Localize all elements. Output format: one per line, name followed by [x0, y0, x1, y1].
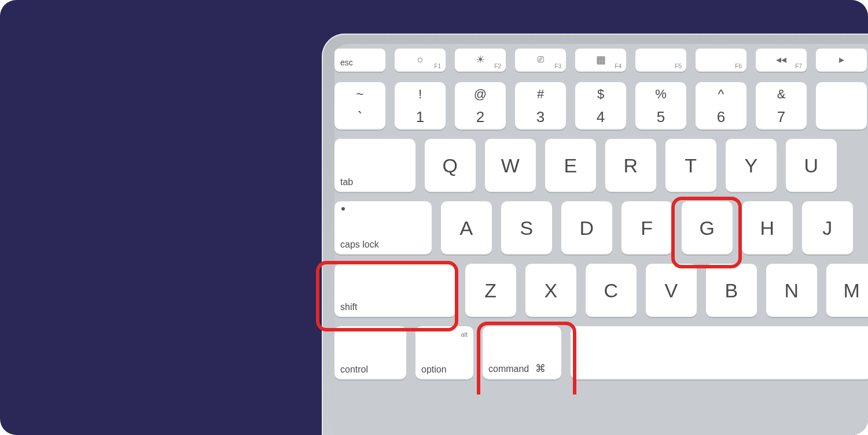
key-n-label: N — [784, 279, 799, 302]
key-u[interactable]: U — [786, 139, 837, 192]
key-2-lower: 2 — [476, 108, 484, 126]
key-c[interactable]: C — [586, 264, 637, 317]
key-m[interactable]: M — [826, 264, 868, 317]
keyboard-body: esc☼F1☀F2⎚F3▦F4F5F6◂◂F7▸ ~`!1@2#3$4%5^6&… — [322, 34, 868, 435]
key-5[interactable]: %5 — [635, 82, 686, 130]
key-d-label: D — [579, 217, 594, 239]
key-4-upper: $ — [597, 87, 604, 102]
key-n[interactable]: N — [766, 264, 817, 317]
key-1-upper: ! — [418, 87, 422, 102]
key-j-label: J — [822, 217, 833, 239]
key-h[interactable]: H — [742, 201, 793, 255]
key-t[interactable]: T — [665, 139, 716, 192]
key-u-label: U — [804, 154, 818, 177]
key-f1-icon: ☼ — [415, 53, 425, 65]
key-f[interactable]: F — [621, 201, 672, 255]
key-w[interactable]: W — [485, 139, 536, 192]
key-f4-fnum: F4 — [615, 63, 621, 69]
key-caps-lock-label: caps lock — [340, 239, 379, 250]
key-5-lower: 5 — [657, 108, 665, 126]
key-2-upper: @ — [474, 87, 487, 102]
key-8[interactable] — [816, 82, 867, 130]
key-7-upper: & — [777, 87, 786, 102]
key-tilde-lower: ` — [358, 108, 363, 126]
key-f2-fnum: F2 — [494, 63, 501, 69]
key-f-label: F — [641, 217, 653, 239]
key-z[interactable]: Z — [465, 264, 516, 317]
key-f7-icon: ◂◂ — [776, 53, 786, 66]
key-7[interactable]: &7 — [756, 82, 807, 130]
key-tab[interactable]: tab — [334, 139, 415, 192]
key-b[interactable]: B — [706, 264, 757, 317]
key-q-label: Q — [443, 154, 458, 177]
key-f5[interactable]: F5 — [635, 49, 686, 72]
key-q[interactable]: Q — [425, 139, 476, 192]
key-control[interactable]: control — [334, 326, 406, 379]
asdf-row: caps lockASDFGHJ — [334, 201, 868, 255]
key-s[interactable]: S — [501, 201, 552, 255]
key-caps-lock[interactable]: caps lock — [334, 201, 432, 255]
key-f7-fnum: F7 — [795, 63, 802, 69]
key-4[interactable]: $4 — [575, 82, 626, 130]
key-w-label: W — [501, 154, 520, 177]
key-alt-label: alt — [461, 331, 468, 338]
key-r[interactable]: R — [605, 139, 656, 192]
key-e[interactable]: E — [545, 139, 596, 192]
key-h-label: H — [760, 217, 774, 239]
key-f4-icon: ▦ — [596, 53, 606, 66]
key-v-label: V — [664, 279, 678, 302]
fn-row: esc☼F1☀F2⎚F3▦F4F5F6◂◂F7▸ — [334, 49, 868, 72]
key-r-label: R — [623, 154, 638, 177]
key-f8[interactable]: ▸ — [816, 49, 867, 72]
key-f3-fnum: F3 — [554, 63, 561, 69]
key-g[interactable]: G — [682, 201, 733, 255]
capslock-indicator-icon — [341, 207, 345, 211]
key-1-lower: 1 — [416, 108, 424, 126]
key-esc[interactable]: esc — [334, 49, 385, 72]
key-command[interactable]: command ⌘ — [483, 326, 561, 379]
key-control-label: control — [340, 364, 368, 375]
key-y[interactable]: Y — [726, 139, 777, 192]
key-f6[interactable]: F6 — [696, 49, 746, 72]
key-f2[interactable]: ☀F2 — [455, 49, 506, 72]
key-6-upper: ^ — [718, 87, 724, 102]
key-m-label: M — [844, 279, 860, 302]
key-tab-label: tab — [340, 177, 353, 187]
key-3-upper: # — [537, 87, 544, 102]
key-3-lower: 3 — [536, 108, 545, 126]
key-1[interactable]: !1 — [395, 82, 446, 130]
key-tilde[interactable]: ~` — [334, 82, 385, 130]
key-option[interactable]: alt option — [415, 326, 473, 379]
key-option-label: option — [421, 364, 447, 375]
key-3[interactable]: #3 — [515, 82, 566, 130]
key-f3-icon: ⎚ — [538, 53, 544, 65]
key-shift-label: shift — [340, 302, 357, 312]
key-2[interactable]: @2 — [455, 82, 506, 130]
keyboard-deck: esc☼F1☀F2⎚F3▦F4F5F6◂◂F7▸ ~`!1@2#3$4%5^6&… — [334, 44, 868, 435]
command-symbol-icon: ⌘ — [535, 363, 546, 374]
key-f4[interactable]: ▦F4 — [575, 49, 626, 72]
key-c-label: C — [604, 279, 618, 302]
key-a[interactable]: A — [441, 201, 492, 255]
key-d[interactable]: D — [561, 201, 612, 255]
key-j[interactable]: J — [802, 201, 853, 255]
key-spacebar[interactable] — [571, 326, 868, 379]
key-6[interactable]: ^6 — [696, 82, 746, 130]
key-f1[interactable]: ☼F1 — [395, 49, 446, 72]
key-shift[interactable]: shift — [334, 264, 456, 317]
key-f7[interactable]: ◂◂F7 — [756, 49, 807, 72]
modifier-row: control alt option command ⌘ — [334, 326, 868, 379]
key-f6-fnum: F6 — [735, 63, 742, 69]
key-a-label: A — [459, 217, 473, 239]
zxcv-row: shiftZXCVBNM — [334, 264, 868, 317]
key-4-lower: 4 — [597, 108, 605, 126]
key-tilde-upper: ~ — [356, 87, 364, 102]
key-f3[interactable]: ⎚F3 — [515, 49, 566, 72]
key-v[interactable]: V — [646, 264, 697, 317]
key-z-label: Z — [484, 279, 496, 302]
key-7-lower: 7 — [777, 108, 785, 126]
key-s-label: S — [520, 217, 533, 239]
key-x[interactable]: X — [525, 264, 576, 317]
key-5-upper: % — [655, 87, 667, 102]
key-y-label: Y — [744, 154, 757, 177]
